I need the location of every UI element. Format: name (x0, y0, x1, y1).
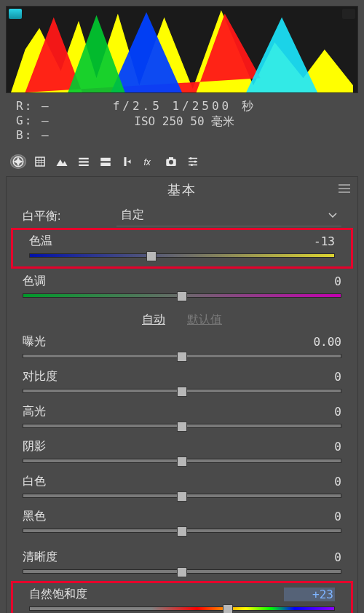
wb-label: 白平衡: (23, 209, 116, 224)
temperature-label: 色温 (29, 234, 284, 249)
lens-icon[interactable] (119, 154, 135, 169)
clarity-label: 清晰度 (23, 550, 290, 565)
blacks-value[interactable]: 0 (290, 510, 341, 523)
mountain-icon[interactable] (54, 154, 70, 169)
slider-thumb[interactable] (177, 352, 187, 362)
temperature-value[interactable]: -13 (284, 234, 335, 248)
whites-value[interactable]: 0 (290, 475, 341, 489)
rgb-readout: R: — G: — B: — (16, 99, 50, 143)
shadow-clip-warning[interactable] (9, 9, 22, 19)
slider-thumb[interactable] (146, 251, 157, 261)
basic-panel: 基本 白平衡: 自定 色温 -13 色调 0 自动 默认值 曝光0.00 对比度… (6, 176, 358, 613)
svg-rect-1 (36, 157, 44, 166)
svg-point-12 (190, 157, 192, 159)
panel-menu-icon[interactable] (339, 184, 350, 193)
slider-thumb[interactable] (177, 456, 187, 467)
contrast-value[interactable]: 0 (290, 370, 341, 384)
shadows-slider[interactable] (23, 459, 341, 463)
slider-thumb[interactable] (177, 567, 187, 577)
highlight-temperature: 色温 -13 (11, 228, 353, 269)
svg-rect-4 (79, 165, 89, 166)
default-button[interactable]: 默认值 (187, 312, 222, 328)
svg-point-14 (191, 164, 193, 166)
vibrance-label: 自然饱和度 (29, 587, 284, 602)
info-readout: R: — G: — B: — f/2.5 1/2500 秒 ISO 250 50… (6, 93, 358, 151)
aperture-icon[interactable] (10, 154, 26, 169)
camera-icon[interactable] (163, 154, 179, 169)
highlights-slider[interactable] (23, 424, 341, 428)
panel-title: 基本 (7, 177, 357, 202)
camera-readout: f/2.5 1/2500 秒 ISO 250 50 毫米 (50, 99, 319, 143)
svg-point-10 (169, 160, 173, 165)
contrast-label: 对比度 (23, 369, 290, 384)
slider-thumb[interactable] (177, 387, 187, 397)
highlights-value[interactable]: 0 (290, 405, 341, 419)
sliders-icon[interactable] (185, 154, 201, 169)
list-icon[interactable] (76, 154, 92, 169)
slider-thumb[interactable] (177, 491, 187, 502)
temperature-slider[interactable] (29, 253, 335, 258)
svg-rect-6 (100, 163, 111, 167)
clarity-value[interactable]: 0 (290, 550, 341, 564)
highlight-vibrance: 自然饱和度 +23 (11, 581, 353, 613)
whites-label: 白色 (23, 474, 290, 489)
svg-text:fx: fx (144, 157, 151, 167)
slider-thumb[interactable] (223, 604, 233, 613)
slider-thumb[interactable] (177, 291, 187, 301)
vibrance-value[interactable]: +23 (284, 588, 335, 601)
highlight-clip-warning[interactable] (342, 9, 355, 19)
svg-rect-3 (79, 161, 89, 162)
whites-slider[interactable] (23, 494, 341, 498)
contrast-slider[interactable] (23, 389, 341, 393)
exposure-value[interactable]: 0.00 (290, 335, 341, 349)
panel-icon-strip: fx (6, 151, 358, 172)
highlights-label: 高光 (23, 404, 290, 419)
chevron-down-icon (328, 213, 337, 218)
auto-button[interactable]: 自动 (142, 312, 165, 328)
split-icon[interactable] (98, 154, 114, 169)
svg-rect-7 (124, 157, 127, 166)
exposure-label: 曝光 (23, 334, 290, 349)
wb-value: 自定 (121, 207, 144, 223)
blacks-slider[interactable] (23, 529, 341, 533)
wb-dropdown[interactable]: 自定 (116, 206, 341, 226)
shadows-label: 阴影 (23, 439, 290, 454)
histogram-svg (11, 7, 353, 92)
clarity-slider[interactable] (23, 569, 341, 574)
tint-label: 色调 (23, 274, 290, 289)
shadows-value[interactable]: 0 (290, 440, 341, 454)
svg-rect-11 (169, 157, 173, 159)
slider-thumb[interactable] (177, 422, 187, 432)
crop-icon[interactable] (32, 154, 48, 169)
exposure-slider[interactable] (23, 354, 341, 358)
fx-icon[interactable]: fx (141, 154, 157, 169)
blacks-label: 黑色 (23, 509, 290, 524)
tint-value[interactable]: 0 (290, 274, 341, 288)
svg-rect-5 (100, 158, 111, 162)
svg-rect-2 (79, 158, 89, 159)
slider-thumb[interactable] (177, 526, 187, 537)
histogram[interactable] (6, 6, 358, 93)
tint-slider[interactable] (23, 293, 341, 298)
svg-point-13 (194, 161, 197, 163)
vibrance-slider[interactable] (29, 606, 335, 611)
